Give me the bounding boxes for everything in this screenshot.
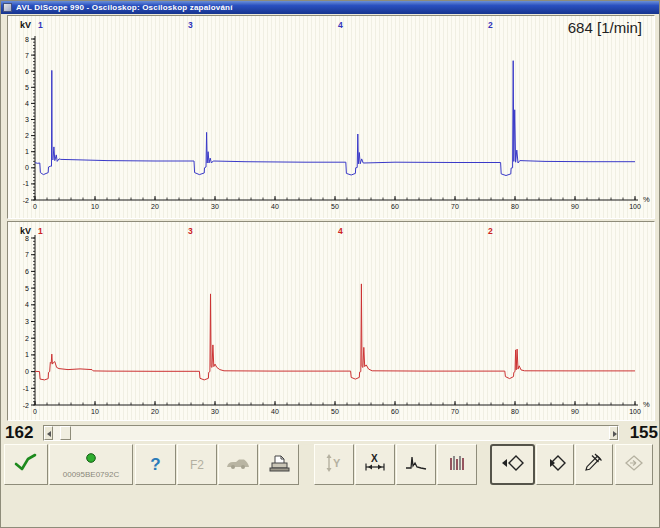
rpm-display: 684 [1/min] (568, 19, 642, 36)
x-tick-label: 50 (331, 408, 339, 415)
x-tick-label: 0 (33, 203, 37, 210)
x-tick-label: 70 (451, 203, 459, 210)
x-tick-label: 50 (331, 203, 339, 210)
f2-button[interactable]: F2 (177, 444, 217, 485)
cylinder-label: 2 (488, 20, 493, 30)
cylinder-label: 1 (38, 20, 43, 30)
app-icon (3, 3, 12, 12)
scroll-row: 162 155 (1, 422, 660, 444)
printer-icon (268, 453, 290, 477)
y-axis-button[interactable]: Y (314, 444, 354, 485)
oscilloscope-panel-top: 876543210-1-20102030405060708090100%kV13… (7, 15, 655, 219)
y-tick-label: 7 (25, 251, 29, 258)
x-axis-icon: X (364, 453, 386, 477)
help-button-label: ? (150, 455, 160, 475)
y-tick-label: 8 (25, 36, 29, 43)
left-arrow-icon (47, 431, 51, 437)
scrollbar-right-arrow[interactable] (609, 426, 618, 440)
x-tick-label: 100 (629, 408, 641, 415)
vehicle-button[interactable] (218, 444, 258, 485)
ignition-trace-blue (35, 61, 635, 176)
diamond-left-icon (500, 454, 526, 476)
y-tick-label: 0 (25, 164, 29, 171)
waveform-button[interactable] (396, 444, 436, 485)
edit-button[interactable] (575, 444, 613, 485)
y-axis-icon: Y (324, 453, 344, 477)
x-tick-label: 60 (391, 408, 399, 415)
y-tick-label: 2 (25, 132, 29, 139)
y-tick-label: 5 (25, 285, 29, 292)
titlebar: AVL DiScope 990 - Osciloskop: Osciloskop… (1, 1, 660, 14)
bars-icon (448, 454, 466, 476)
y-unit-label: kV (20, 226, 31, 236)
x-tick-label: 0 (33, 408, 37, 415)
x-tick-label: 70 (451, 408, 459, 415)
x-tick-label: 90 (571, 203, 579, 210)
x-unit-label: % (643, 195, 650, 204)
y-tick-label: -1 (23, 385, 29, 392)
goto-button[interactable] (615, 444, 653, 485)
pencil-icon (583, 453, 605, 477)
y-tick-label: -1 (23, 180, 29, 187)
print-button[interactable] (259, 444, 299, 485)
window-title: AVL DiScope 990 - Osciloskop: Osciloskop… (16, 3, 233, 12)
diamond-right-icon (542, 454, 568, 476)
x-tick-label: 60 (391, 203, 399, 210)
y-tick-label: 3 (25, 116, 29, 123)
y-tick-label: 7 (25, 52, 29, 59)
scrollbar-thumb[interactable] (60, 426, 71, 440)
y-tick-label: 2 (25, 335, 29, 342)
y-tick-label: -2 (23, 197, 29, 204)
svg-text:Y: Y (333, 457, 341, 469)
x-tick-label: 20 (151, 408, 159, 415)
x-tick-label: 80 (511, 203, 519, 210)
check-icon (13, 452, 39, 478)
cylinder-label: 3 (188, 226, 193, 236)
prev-cylinder-button[interactable] (490, 444, 535, 485)
help-button[interactable]: ? (135, 444, 176, 485)
y-tick-label: -2 (23, 402, 29, 409)
y-tick-label: 4 (25, 100, 29, 107)
next-cylinder-button[interactable] (536, 444, 574, 485)
waveform-icon (404, 453, 428, 477)
cylinder-label: 4 (338, 20, 343, 30)
x-tick-label: 40 (271, 203, 279, 210)
y-tick-label: 5 (25, 84, 29, 91)
toolbar: 00095BE0792C?F2YX (1, 444, 660, 486)
horizontal-scrollbar[interactable] (43, 425, 619, 441)
right-arrow-icon (613, 431, 617, 437)
x-tick-label: 100 (629, 203, 641, 210)
y-tick-label: 1 (25, 148, 29, 155)
y-unit-label: kV (20, 20, 31, 30)
cylinder-label: 3 (188, 20, 193, 30)
cylinder-label: 2 (488, 226, 493, 236)
x-axis-button[interactable]: X (355, 444, 395, 485)
x-tick-label: 20 (151, 203, 159, 210)
device-button-label: 00095BE0792C (63, 470, 120, 479)
bars-button[interactable] (437, 444, 477, 485)
cylinder-label: 1 (38, 226, 43, 236)
led-icon (85, 450, 97, 468)
ignition-trace-red (35, 284, 635, 380)
confirm-button[interactable] (4, 444, 48, 485)
x-tick-label: 40 (271, 408, 279, 415)
car-icon (225, 456, 251, 474)
x-unit-label: % (643, 400, 650, 409)
cylinder-label: 4 (338, 226, 343, 236)
oscilloscope-chart-bottom: 876543210-1-20102030405060708090100%kV13… (8, 222, 654, 420)
x-tick-label: 10 (91, 203, 99, 210)
oscilloscope-chart-top: 876543210-1-20102030405060708090100%kV13… (8, 16, 654, 218)
y-tick-label: 4 (25, 301, 29, 308)
oscilloscope-panel-bottom: 876543210-1-20102030405060708090100%kV13… (7, 221, 655, 421)
device-button[interactable]: 00095BE0792C (49, 444, 133, 485)
y-tick-label: 6 (25, 268, 29, 275)
scrollbar-left-arrow[interactable] (44, 426, 53, 440)
y-tick-label: 3 (25, 318, 29, 325)
y-tick-label: 6 (25, 68, 29, 75)
scroll-value-left: 162 (5, 423, 33, 443)
f2-button-label: F2 (190, 458, 204, 472)
x-tick-label: 80 (511, 408, 519, 415)
y-tick-label: 0 (25, 368, 29, 375)
x-tick-label: 10 (91, 408, 99, 415)
x-tick-label: 30 (211, 408, 219, 415)
